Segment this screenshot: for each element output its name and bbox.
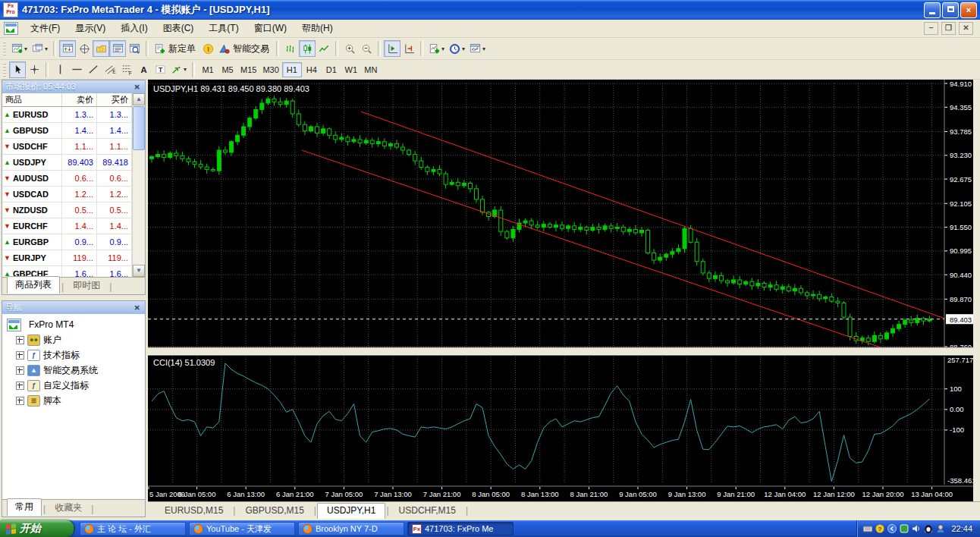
mdi-minimize-button[interactable]: – (924, 22, 938, 35)
vertical-line-button[interactable] (52, 61, 68, 78)
taskbar-task-3[interactable]: Fx471703: FxPro Me (407, 522, 514, 535)
expand-plus-icon[interactable] (16, 397, 24, 405)
table-row[interactable]: ▲EURGBP0.9...0.9... (2, 234, 133, 250)
keyboard-icon[interactable] (863, 524, 872, 533)
start-button[interactable]: 开始 (0, 520, 74, 537)
periods-button[interactable]: ▾ (447, 40, 467, 57)
volume-icon[interactable] (912, 524, 921, 533)
table-row[interactable]: ▲GBPUSD1.4...1.4... (2, 123, 133, 139)
table-row[interactable]: ▼USDCAD1.2...1.2... (2, 187, 133, 203)
table-row[interactable]: ▲USDJPY89.40389.418 (2, 155, 133, 171)
scrollbar-thumb[interactable] (133, 106, 145, 150)
timeframe-m30-button[interactable]: M30 (259, 62, 281, 77)
cursor-button[interactable] (9, 61, 26, 78)
toolbar-grip[interactable] (3, 63, 6, 77)
table-row[interactable]: ▼AUDUSD0.6...0.6... (2, 171, 133, 187)
chart-tab-usdchf-m15[interactable]: USDCHF,M15 (390, 504, 465, 519)
menu-item-4[interactable]: 工具(T) (201, 20, 246, 36)
navigator-close-icon[interactable]: ✕ (133, 301, 142, 314)
chart-tab-usdjpy-h1[interactable]: USDJPY,H1 (317, 503, 385, 519)
mdi-restore-button[interactable]: ❐ (941, 22, 956, 35)
table-row[interactable]: ▲GBPCHF1.6...1.6... (2, 266, 133, 277)
expert-advisors-button[interactable]: 智能交易 (216, 40, 273, 57)
toolbar-grip[interactable] (3, 42, 6, 55)
timeframe-m15-button[interactable]: M15 (237, 62, 259, 77)
navigator-tab-1[interactable]: 收藏夹 (47, 500, 90, 517)
chart-shift-button[interactable] (400, 40, 417, 57)
column-header-1[interactable]: 卖价 (62, 93, 97, 106)
timeframe-m5-button[interactable]: M5 (218, 62, 237, 77)
line-chart-button[interactable] (316, 40, 332, 57)
zoom-in-button[interactable] (341, 40, 358, 57)
table-row[interactable]: ▼EURJPY119...119... (2, 250, 133, 266)
zoom-out-button[interactable] (358, 40, 375, 57)
bar-chart-button[interactable] (282, 40, 299, 57)
mdi-close-button[interactable]: ✕ (959, 22, 973, 35)
close-button[interactable]: × (960, 2, 977, 18)
trendline-button[interactable] (85, 61, 102, 78)
menu-item-0[interactable]: 文件(F) (23, 20, 68, 36)
data-window-button[interactable] (126, 40, 143, 57)
market-watch-header[interactable]: 商品卖价买价 (2, 93, 133, 107)
expand-plus-icon[interactable] (16, 336, 24, 344)
tree-item-expert[interactable]: ▲智能交易系统 (5, 363, 145, 378)
qq-icon[interactable] (924, 524, 933, 533)
tree-item-custom-indicator[interactable]: ƒ自定义指标 (5, 378, 145, 393)
table-row[interactable]: ▲EURUSD1.3...1.3... (2, 107, 133, 123)
timeframe-m1-button[interactable]: M1 (198, 62, 218, 77)
timeframe-mn-button[interactable]: MN (361, 62, 381, 77)
user-icon[interactable] (936, 524, 945, 533)
column-header-2[interactable]: 买价 (97, 93, 132, 106)
market-watch-scrollbar[interactable]: ▲ ▼ (132, 93, 145, 277)
menu-item-1[interactable]: 显示(V) (68, 20, 113, 36)
tree-item-accounts[interactable]: ●●账户 (5, 332, 145, 347)
timeframe-h4-button[interactable]: H4 (302, 62, 322, 77)
usdjpy-h1-chart[interactable]: 94.91094.35593.78593.23092.67592.10591.5… (148, 80, 973, 502)
market-watch-tab-0[interactable]: 商品列表 (7, 276, 60, 294)
table-row[interactable]: ▼EURCHF1.4...1.4... (2, 218, 133, 234)
chevron-icon[interactable] (887, 524, 897, 533)
fibonacci-button[interactable]: F (118, 61, 135, 78)
alerts-button[interactable]: ! (199, 40, 216, 57)
expand-plus-icon[interactable] (16, 366, 24, 375)
crosshair-mode-button[interactable] (76, 40, 93, 57)
maximize-button[interactable] (942, 2, 959, 18)
equidistant-channel-button[interactable]: E (102, 61, 118, 78)
table-row[interactable]: ▼NZDUSD0.5...0.5... (2, 203, 133, 218)
expand-plus-icon[interactable] (16, 351, 24, 360)
templates-button[interactable]: ▾ (467, 40, 488, 57)
taskbar-task-0[interactable]: 主 论 坛 - 外汇 (80, 522, 186, 535)
navigator-tab-0[interactable]: 常用 (7, 498, 42, 516)
taskbar-task-2[interactable]: Brooklyn NY 7-D (298, 522, 404, 535)
chart-tab-gbpusd-m15[interactable]: GBPUSD,M15 (236, 504, 313, 519)
timeframe-h1-button[interactable]: H1 (282, 62, 302, 77)
expand-plus-icon[interactable] (16, 382, 24, 390)
menu-item-6[interactable]: 帮助(H) (294, 20, 341, 36)
horizontal-line-button[interactable] (68, 61, 85, 78)
chart-region[interactable]: 94.91094.35593.78593.23092.67592.10591.5… (148, 80, 973, 501)
market-watch-close-icon[interactable]: ✕ (133, 80, 142, 93)
text-label-button[interactable]: T (152, 61, 168, 78)
profiles-button[interactable]: ▾ (30, 40, 50, 57)
navigator-button[interactable] (109, 40, 126, 57)
tree-root-fxpro-mt4[interactable]: FxPro MT4 (5, 317, 145, 332)
scroll-down-icon[interactable]: ▼ (133, 265, 145, 277)
table-row[interactable]: ▼USDCHF1.1...1.1... (2, 139, 133, 155)
new-order-button[interactable]: 新定单 (152, 40, 199, 57)
taskbar-task-1[interactable]: YouTube - 天津发 (189, 522, 295, 535)
timeframe-d1-button[interactable]: D1 (322, 62, 341, 77)
column-header-0[interactable]: 商品 (2, 93, 62, 106)
chart-tab-eurusd-m15[interactable]: EURUSD,M15 (155, 504, 232, 519)
minimize-button[interactable] (924, 2, 941, 18)
help-icon[interactable]: ? (875, 524, 884, 533)
new-chart-button[interactable]: ▾ (9, 40, 30, 57)
auto-scroll-button[interactable] (384, 40, 400, 57)
market-watch-button[interactable] (59, 40, 76, 57)
text-button[interactable]: A (135, 61, 152, 78)
scroll-up-icon[interactable]: ▲ (133, 93, 145, 105)
menu-item-2[interactable]: 插入(I) (113, 20, 155, 36)
candlestick-chart-button[interactable] (299, 40, 316, 57)
tree-item-indicator[interactable]: ƒ技术指标 (5, 347, 145, 363)
indicators-button[interactable]: ▾ (426, 40, 447, 57)
arrows-button[interactable]: ▾ (168, 61, 189, 78)
